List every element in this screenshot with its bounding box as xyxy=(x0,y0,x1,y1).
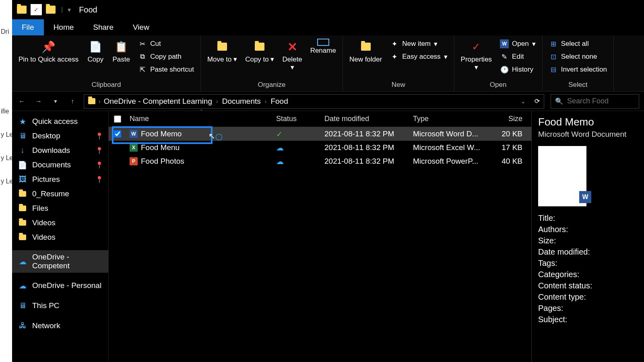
sidebar-desktop[interactable]: 🖥Desktop📍 xyxy=(12,129,108,143)
properties-button[interactable]: ✓ Properties▾ xyxy=(458,37,495,74)
copy-to-icon xyxy=(252,39,268,55)
file-date: 2021-08-11 8:32 PM xyxy=(324,143,413,152)
select-all-icon: ⊞ xyxy=(549,39,558,48)
easy-access-button[interactable]: ✦Easy access ▾ xyxy=(387,51,450,63)
tab-home[interactable]: Home xyxy=(44,19,84,35)
file-name: Food Photos xyxy=(141,157,184,166)
group-label: Select xyxy=(546,79,610,90)
excel-icon: X xyxy=(130,144,138,152)
sidebar-pictures[interactable]: 🖼Pictures📍 xyxy=(12,172,108,187)
select-none-button[interactable]: ⊡Select none xyxy=(546,51,610,63)
detail-field[interactable]: Categories: xyxy=(538,270,638,279)
sidebar-videos[interactable]: Videos xyxy=(12,216,108,230)
detail-field[interactable]: Content type: xyxy=(538,292,638,302)
file-name: Food Memo xyxy=(141,130,182,138)
copy-path-button[interactable]: ⧉Copy path xyxy=(135,51,197,63)
detail-field[interactable]: Content status: xyxy=(538,281,638,290)
sidebar-documents[interactable]: 📄Documents📍 xyxy=(12,158,108,172)
details-title: Food Memo xyxy=(538,116,638,128)
new-item-icon: ✦ xyxy=(390,39,399,48)
ribbon-group-clipboard: 📌 Pin to Quick access 📄 Copy 📋 Paste ✂Cu… xyxy=(12,35,201,91)
address-dropdown[interactable]: ⌄ xyxy=(520,97,526,105)
paste-shortcut-button[interactable]: ⇱Paste shortcut xyxy=(135,64,197,76)
select-all-checkbox[interactable] xyxy=(114,115,121,123)
tab-view[interactable]: View xyxy=(123,19,159,35)
detail-field[interactable]: Authors: xyxy=(538,225,638,234)
group-label: Organize xyxy=(204,79,339,90)
open-icon: W xyxy=(500,39,509,48)
detail-field[interactable]: Title: xyxy=(538,214,638,223)
recent-dropdown[interactable]: ▼ xyxy=(51,97,60,106)
search-input[interactable] xyxy=(567,97,635,105)
tab-share[interactable]: Share xyxy=(83,19,123,35)
paste-shortcut-icon: ⇱ xyxy=(138,65,147,74)
up-button[interactable]: ↑ xyxy=(68,97,77,106)
address-bar[interactable]: › OneDrive - Competent Learning › Docume… xyxy=(84,94,544,109)
details-type: Microsoft Word Document xyxy=(538,130,638,139)
sidebar-onedrive-competent[interactable]: ☁OneDrive - Competent xyxy=(12,250,108,273)
explorer-window: ✓ | ▾ Food File Home Share View 📌 Pin to… xyxy=(12,0,644,362)
cut-button[interactable]: ✂Cut xyxy=(135,38,197,50)
select-all-button[interactable]: ⊞Select all xyxy=(546,38,610,50)
pin-quick-access-button[interactable]: 📌 Pin to Quick access xyxy=(15,37,82,65)
file-row[interactable]: WFood Memo ✓ 2021-08-11 8:32 PM Microsof… xyxy=(109,127,531,141)
copy-to-button[interactable]: Copy to ▾ xyxy=(242,37,277,65)
detail-field[interactable]: Tags: xyxy=(538,259,638,268)
sidebar-quick-access[interactable]: ★Quick access xyxy=(12,114,108,129)
sidebar-network[interactable]: 🖧Network xyxy=(12,319,108,333)
open-button[interactable]: WOpen ▾ xyxy=(497,38,539,50)
forward-button[interactable]: → xyxy=(34,97,43,106)
column-date[interactable]: Date modified xyxy=(324,115,413,123)
column-name[interactable]: ˄Name xyxy=(126,115,276,123)
qat-icon[interactable]: ✓ xyxy=(31,4,42,15)
new-item-button[interactable]: ✦New item ▾ xyxy=(387,38,450,50)
history-button[interactable]: 🕐History xyxy=(497,64,539,76)
sidebar-videos[interactable]: Videos xyxy=(12,230,108,245)
file-row[interactable]: XFood Menu ☁ 2021-08-11 8:32 PM Microsof… xyxy=(109,141,531,154)
new-folder-button[interactable]: New folder xyxy=(346,37,385,65)
file-row[interactable]: PFood Photos ☁ 2021-08-11 8:32 PM Micros… xyxy=(109,154,531,168)
status-cloud-icon: ☁ xyxy=(276,157,284,166)
qat-dropdown-icon[interactable]: ▾ xyxy=(68,6,71,14)
detail-field[interactable]: Date modified: xyxy=(538,247,638,257)
detail-field[interactable]: Pages: xyxy=(538,304,638,313)
breadcrumb-item[interactable]: OneDrive - Competent Learning xyxy=(104,97,212,106)
column-size[interactable]: Size xyxy=(485,115,526,123)
breadcrumb-item[interactable]: Documents xyxy=(222,97,261,106)
copy-button[interactable]: 📄 Copy xyxy=(83,37,107,65)
file-size: 40 KB xyxy=(485,157,526,166)
move-to-button[interactable]: Move to ▾ xyxy=(204,37,240,65)
chevron-icon[interactable]: › xyxy=(99,98,101,105)
folder-icon xyxy=(16,4,27,15)
sidebar-this-pc[interactable]: 🖥This PC xyxy=(12,298,108,313)
detail-field[interactable]: Subject: xyxy=(538,315,638,324)
chevron-icon[interactable]: › xyxy=(265,98,267,105)
file-type: Microsoft Excel W... xyxy=(413,143,485,152)
edit-button[interactable]: ✎Edit xyxy=(497,51,539,63)
refresh-button[interactable]: ⟳ xyxy=(535,97,540,105)
breadcrumb-item[interactable]: Food xyxy=(270,97,288,106)
preview-thumbnail[interactable]: W xyxy=(538,146,586,206)
status-synced-icon: ✓ xyxy=(276,130,283,138)
sidebar-files[interactable]: Files xyxy=(12,201,108,216)
file-name: Food Menu xyxy=(141,143,180,152)
chevron-icon[interactable]: › xyxy=(216,98,218,105)
invert-selection-button[interactable]: ⊟Invert selection xyxy=(546,64,610,76)
rename-button[interactable]: Rename xyxy=(307,37,339,56)
back-button[interactable]: ← xyxy=(17,97,27,106)
group-label: Clipboard xyxy=(15,79,197,90)
paste-button[interactable]: 📋 Paste xyxy=(109,37,133,65)
column-type[interactable]: Type xyxy=(413,115,485,123)
pin-icon: 📍 xyxy=(95,132,103,140)
search-box[interactable]: 🔍 xyxy=(551,94,639,109)
column-status[interactable]: Status xyxy=(276,115,324,123)
file-type: Microsoft PowerP... xyxy=(413,157,485,166)
row-checkbox[interactable] xyxy=(114,130,121,138)
tab-file[interactable]: File xyxy=(12,19,44,35)
folder-icon-2 xyxy=(45,4,56,15)
sidebar-onedrive-personal[interactable]: ☁OneDrive - Personal xyxy=(12,278,108,293)
sidebar-downloads[interactable]: ↓Downloads📍 xyxy=(12,143,108,158)
delete-button[interactable]: ✕ Delete▾ xyxy=(279,37,305,74)
sidebar-resume[interactable]: 0_Resume xyxy=(12,187,108,201)
detail-field[interactable]: Size: xyxy=(538,236,638,245)
